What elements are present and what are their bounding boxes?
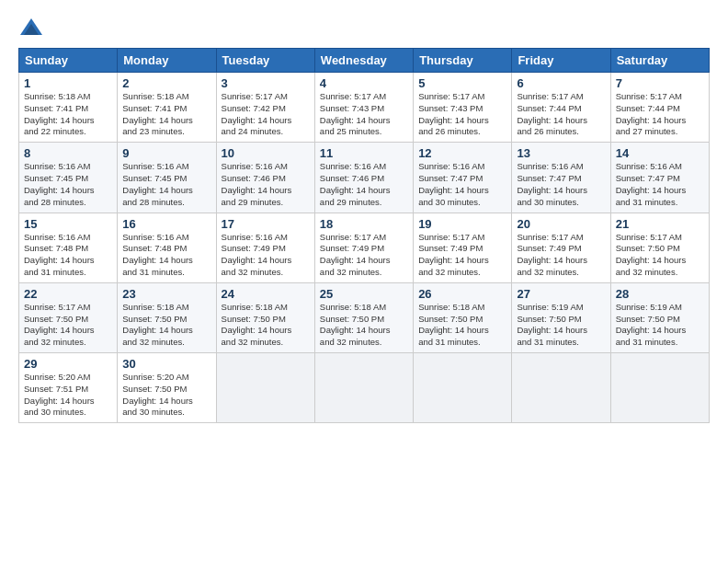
- page: SundayMondayTuesdayWednesdayThursdayFrid…: [0, 0, 728, 432]
- calendar-cell: [314, 353, 413, 423]
- calendar-cell: 12Sunrise: 5:16 AM Sunset: 7:47 PM Dayli…: [414, 143, 512, 213]
- day-number: 6: [517, 76, 605, 90]
- day-number: 24: [222, 287, 310, 301]
- day-info: Sunrise: 5:17 AM Sunset: 7:49 PM Dayligh…: [418, 232, 506, 279]
- day-info: Sunrise: 5:20 AM Sunset: 7:50 PM Dayligh…: [122, 372, 210, 419]
- calendar-cell: 10Sunrise: 5:16 AM Sunset: 7:46 PM Dayli…: [216, 143, 314, 213]
- weekday-header-monday: Monday: [118, 49, 216, 73]
- calendar-cell: 15Sunrise: 5:16 AM Sunset: 7:48 PM Dayli…: [19, 213, 118, 282]
- calendar-cell: 30Sunrise: 5:20 AM Sunset: 7:50 PM Dayli…: [118, 353, 216, 423]
- day-info: Sunrise: 5:16 AM Sunset: 7:46 PM Dayligh…: [320, 161, 408, 208]
- day-number: 22: [24, 287, 112, 301]
- calendar-table: SundayMondayTuesdayWednesdayThursdayFrid…: [18, 48, 710, 423]
- day-number: 20: [517, 217, 605, 231]
- day-info: Sunrise: 5:16 AM Sunset: 7:49 PM Dayligh…: [222, 232, 310, 279]
- calendar-cell: 23Sunrise: 5:18 AM Sunset: 7:50 PM Dayli…: [118, 282, 216, 352]
- weekday-header-saturday: Saturday: [610, 49, 709, 73]
- day-number: 25: [320, 287, 408, 301]
- day-info: Sunrise: 5:20 AM Sunset: 7:51 PM Dayligh…: [24, 372, 112, 419]
- calendar-cell: 1Sunrise: 5:18 AM Sunset: 7:41 PM Daylig…: [19, 73, 118, 143]
- calendar-cell: [414, 353, 512, 423]
- day-info: Sunrise: 5:17 AM Sunset: 7:49 PM Dayligh…: [320, 232, 408, 279]
- day-number: 29: [24, 357, 112, 371]
- calendar-cell: 13Sunrise: 5:16 AM Sunset: 7:47 PM Dayli…: [512, 143, 610, 213]
- weekday-header-tuesday: Tuesday: [216, 49, 314, 73]
- day-number: 30: [122, 357, 210, 371]
- day-info: Sunrise: 5:18 AM Sunset: 7:50 PM Dayligh…: [418, 302, 506, 349]
- day-number: 3: [222, 76, 310, 90]
- day-info: Sunrise: 5:17 AM Sunset: 7:49 PM Dayligh…: [517, 232, 605, 279]
- calendar-cell: 3Sunrise: 5:17 AM Sunset: 7:42 PM Daylig…: [216, 73, 314, 143]
- calendar-cell: 17Sunrise: 5:16 AM Sunset: 7:49 PM Dayli…: [216, 213, 314, 282]
- calendar-cell: 7Sunrise: 5:17 AM Sunset: 7:44 PM Daylig…: [610, 73, 709, 143]
- day-info: Sunrise: 5:16 AM Sunset: 7:47 PM Dayligh…: [418, 161, 506, 208]
- day-info: Sunrise: 5:19 AM Sunset: 7:50 PM Dayligh…: [517, 302, 605, 349]
- day-info: Sunrise: 5:19 AM Sunset: 7:50 PM Dayligh…: [616, 302, 704, 349]
- calendar-cell: 27Sunrise: 5:19 AM Sunset: 7:50 PM Dayli…: [512, 282, 610, 352]
- calendar-cell: 19Sunrise: 5:17 AM Sunset: 7:49 PM Dayli…: [414, 213, 512, 282]
- calendar-week-3: 15Sunrise: 5:16 AM Sunset: 7:48 PM Dayli…: [19, 213, 710, 282]
- day-number: 16: [122, 217, 210, 231]
- day-number: 19: [418, 217, 506, 231]
- calendar-cell: 5Sunrise: 5:17 AM Sunset: 7:43 PM Daylig…: [414, 73, 512, 143]
- day-number: 17: [222, 217, 310, 231]
- calendar-cell: 29Sunrise: 5:20 AM Sunset: 7:51 PM Dayli…: [19, 353, 118, 423]
- day-info: Sunrise: 5:16 AM Sunset: 7:48 PM Dayligh…: [24, 232, 112, 279]
- header: [18, 17, 710, 42]
- day-number: 1: [24, 76, 112, 90]
- day-number: 23: [122, 287, 210, 301]
- day-number: 4: [320, 76, 408, 90]
- calendar-header-row: SundayMondayTuesdayWednesdayThursdayFrid…: [19, 49, 710, 73]
- day-number: 14: [616, 146, 704, 160]
- day-info: Sunrise: 5:16 AM Sunset: 7:46 PM Dayligh…: [222, 161, 310, 208]
- day-number: 13: [517, 146, 605, 160]
- day-info: Sunrise: 5:18 AM Sunset: 7:50 PM Dayligh…: [320, 302, 408, 349]
- day-info: Sunrise: 5:18 AM Sunset: 7:50 PM Dayligh…: [122, 302, 210, 349]
- day-number: 2: [122, 76, 210, 90]
- day-number: 7: [616, 76, 704, 90]
- calendar-week-4: 22Sunrise: 5:17 AM Sunset: 7:50 PM Dayli…: [19, 282, 710, 352]
- day-number: 28: [616, 287, 704, 301]
- day-info: Sunrise: 5:18 AM Sunset: 7:50 PM Dayligh…: [222, 302, 310, 349]
- calendar-cell: 18Sunrise: 5:17 AM Sunset: 7:49 PM Dayli…: [314, 213, 413, 282]
- logo: [18, 17, 46, 42]
- calendar-cell: 28Sunrise: 5:19 AM Sunset: 7:50 PM Dayli…: [610, 282, 709, 352]
- calendar-week-1: 1Sunrise: 5:18 AM Sunset: 7:41 PM Daylig…: [19, 73, 710, 143]
- day-number: 26: [418, 287, 506, 301]
- day-info: Sunrise: 5:18 AM Sunset: 7:41 PM Dayligh…: [24, 91, 112, 138]
- calendar-cell: 16Sunrise: 5:16 AM Sunset: 7:48 PM Dayli…: [118, 213, 216, 282]
- calendar-week-2: 8Sunrise: 5:16 AM Sunset: 7:45 PM Daylig…: [19, 143, 710, 213]
- day-number: 10: [222, 146, 310, 160]
- calendar-cell: 11Sunrise: 5:16 AM Sunset: 7:46 PM Dayli…: [314, 143, 413, 213]
- calendar-cell: 24Sunrise: 5:18 AM Sunset: 7:50 PM Dayli…: [216, 282, 314, 352]
- weekday-header-wednesday: Wednesday: [314, 49, 413, 73]
- day-number: 9: [122, 146, 210, 160]
- day-info: Sunrise: 5:16 AM Sunset: 7:45 PM Dayligh…: [122, 161, 210, 208]
- calendar-cell: 2Sunrise: 5:18 AM Sunset: 7:41 PM Daylig…: [118, 73, 216, 143]
- logo-icon: [18, 17, 44, 42]
- weekday-header-sunday: Sunday: [19, 49, 118, 73]
- calendar-cell: 21Sunrise: 5:17 AM Sunset: 7:50 PM Dayli…: [610, 213, 709, 282]
- calendar-week-5: 29Sunrise: 5:20 AM Sunset: 7:51 PM Dayli…: [19, 353, 710, 423]
- day-info: Sunrise: 5:17 AM Sunset: 7:44 PM Dayligh…: [616, 91, 704, 138]
- calendar-cell: [512, 353, 610, 423]
- calendar-cell: 6Sunrise: 5:17 AM Sunset: 7:44 PM Daylig…: [512, 73, 610, 143]
- day-info: Sunrise: 5:16 AM Sunset: 7:48 PM Dayligh…: [122, 232, 210, 279]
- day-info: Sunrise: 5:16 AM Sunset: 7:47 PM Dayligh…: [517, 161, 605, 208]
- calendar-cell: 26Sunrise: 5:18 AM Sunset: 7:50 PM Dayli…: [414, 282, 512, 352]
- weekday-header-thursday: Thursday: [414, 49, 512, 73]
- calendar-cell: 4Sunrise: 5:17 AM Sunset: 7:43 PM Daylig…: [314, 73, 413, 143]
- day-number: 5: [418, 76, 506, 90]
- day-number: 21: [616, 217, 704, 231]
- day-number: 27: [517, 287, 605, 301]
- calendar-cell: 14Sunrise: 5:16 AM Sunset: 7:47 PM Dayli…: [610, 143, 709, 213]
- calendar-cell: 8Sunrise: 5:16 AM Sunset: 7:45 PM Daylig…: [19, 143, 118, 213]
- day-number: 15: [24, 217, 112, 231]
- day-info: Sunrise: 5:18 AM Sunset: 7:41 PM Dayligh…: [122, 91, 210, 138]
- day-info: Sunrise: 5:17 AM Sunset: 7:50 PM Dayligh…: [24, 302, 112, 349]
- calendar-cell: 25Sunrise: 5:18 AM Sunset: 7:50 PM Dayli…: [314, 282, 413, 352]
- day-number: 11: [320, 146, 408, 160]
- weekday-header-friday: Friday: [512, 49, 610, 73]
- calendar-cell: [610, 353, 709, 423]
- calendar-cell: 22Sunrise: 5:17 AM Sunset: 7:50 PM Dayli…: [19, 282, 118, 352]
